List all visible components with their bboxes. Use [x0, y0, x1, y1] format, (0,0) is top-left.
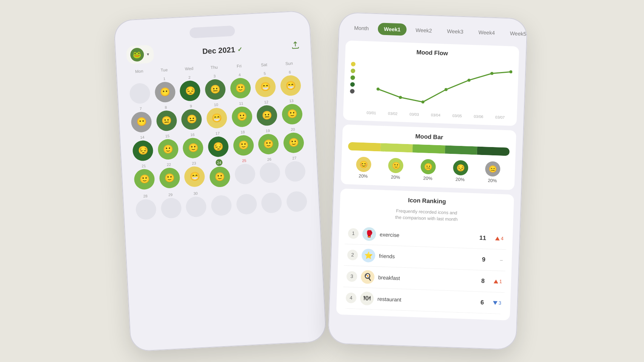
cal-num [246, 188, 246, 193]
cal-cell[interactable]: 1😶 [152, 75, 178, 104]
mood-empty [136, 199, 157, 220]
phone-left: 🐸 ▼ Dec 2021 ✓ Mon Tue Wed Thu Fri Sat S… [113, 10, 327, 352]
tab-month[interactable]: Month [348, 21, 375, 34]
cal-cell [127, 76, 153, 105]
cal-num: 25 [242, 158, 247, 163]
cal-cell[interactable]: 3😐 [202, 72, 228, 101]
mood-pct-5: 20% [488, 178, 497, 184]
mood-emoji: 🙂 [182, 137, 204, 159]
cal-cell[interactable]: 14😔 [130, 133, 156, 162]
icon-ranking-card: Icon Ranking Frequently recorded icons a… [336, 189, 514, 320]
cal-cell[interactable]: 18🙂 [230, 128, 256, 157]
cal-num: 20 [291, 126, 295, 132]
cal-cell[interactable]: 2😔 [177, 73, 203, 102]
cal-cell[interactable]: 10😁 [204, 101, 230, 130]
cal-num: 22 [166, 162, 171, 167]
cal-cell[interactable]: 4🙂 [227, 71, 253, 100]
cal-cell[interactable]: 23😁 [182, 159, 208, 190]
cal-cell: 28 [133, 192, 159, 221]
cal-num: 14 [140, 134, 145, 140]
mood-pct-1: 20% [359, 173, 368, 179]
cal-cell[interactable]: 12😐 [254, 98, 280, 127]
mood-emoji-2: 🙂 [388, 158, 404, 173]
cal-num: 4 [239, 72, 241, 77]
mood-flow-card: Mood Flow [343, 40, 519, 126]
mood-empty [211, 195, 232, 216]
cal-num: 10 [214, 102, 218, 107]
cal-num [220, 189, 221, 195]
mood-empty [234, 163, 256, 185]
rank-count-3: 8 [481, 278, 485, 284]
rank-icon-2: ⭐ [361, 248, 375, 262]
cal-num: 26 [267, 156, 271, 162]
cal-cell[interactable]: 19🙂 [256, 127, 281, 156]
month-title: Dec 2021 ✓ [202, 45, 242, 56]
cal-cell[interactable]: 11🙂 [229, 99, 254, 128]
cal-cell[interactable]: 21🙂 [131, 162, 157, 192]
mood-item-1: 😊 20% [356, 156, 371, 179]
cal-cell[interactable]: 16🙂 [180, 130, 206, 160]
cal-cell[interactable]: 15🙂 [155, 132, 181, 161]
mood-bar-card: Mood Bar 😊 20% 🙂 20% 😐 20% 😔 20% [341, 124, 516, 190]
rank-icon-3: 🍳 [361, 270, 374, 284]
triangle-up-icon [495, 236, 499, 240]
mood-emoji: 😁 [280, 75, 301, 97]
cal-num: 21 [142, 163, 146, 169]
legend-dot-3 [350, 75, 355, 80]
cal-cell[interactable]: 7😶 [128, 104, 154, 133]
cal-num: 1 [163, 76, 165, 81]
mood-emoji: 🙂 [281, 103, 303, 125]
mood-pct-2: 20% [391, 175, 400, 180]
tab-week5[interactable]: Week5 [504, 27, 528, 40]
rank-count-4: 6 [481, 299, 484, 306]
mood-emoji-4: 😔 [453, 160, 468, 175]
mood-seg-3 [413, 144, 445, 154]
cal-num: 27 [292, 155, 297, 161]
mood-seg-5 [477, 147, 510, 156]
mood-emoji: 😐 [156, 110, 177, 132]
cal-num: 7 [140, 106, 142, 111]
cal-num: 16 [190, 132, 195, 137]
mood-empty [261, 192, 282, 214]
svg-point-4 [467, 79, 470, 82]
cal-cell[interactable]: 20🙂 [280, 125, 306, 154]
mood-emoji-5: 😑 [485, 161, 501, 176]
legend-dot-2 [351, 69, 355, 73]
tab-week1[interactable]: Week1 [377, 23, 407, 36]
tab-week3[interactable]: Week3 [441, 25, 470, 38]
mood-seg-4 [445, 146, 477, 155]
avatar-button[interactable]: 🐸 ▼ [126, 45, 154, 64]
rank-icon-4: 🍽 [360, 291, 374, 305]
cal-cell[interactable]: 8😐 [154, 103, 179, 132]
day-tue: Tue [151, 66, 177, 74]
cal-cell[interactable]: 17😔 [205, 129, 231, 158]
cal-cell[interactable]: 9😐 [179, 102, 204, 131]
rank-num-3: 3 [347, 271, 357, 282]
mood-item-2: 🙂 20% [388, 158, 404, 180]
cal-cell: 25 [232, 156, 258, 187]
cal-cell[interactable]: 22🙂 [157, 160, 183, 191]
cal-cell[interactable]: 5😁 [253, 69, 278, 98]
cal-cell[interactable]: 13🙂 [279, 97, 305, 126]
cal-cell[interactable]: 24🙂 [207, 158, 233, 188]
triangle-down-icon [493, 301, 497, 305]
cal-num: 8 [165, 104, 167, 110]
rank-count-2: 9 [482, 256, 486, 263]
cal-num: 24 [216, 159, 223, 166]
tab-week4[interactable]: Week4 [472, 26, 501, 39]
phone-right: Month Week1 Week2 Week3 Week4 Week5 Mood… [328, 12, 528, 350]
svg-point-1 [399, 96, 402, 99]
rank-num-2: 2 [347, 249, 358, 260]
cal-cell[interactable]: 6😁 [277, 68, 303, 97]
mood-emoji: 😐 [256, 105, 278, 126]
legend-dot-1 [351, 62, 355, 66]
mood-flow-chart [350, 58, 513, 113]
legend-dot-4 [350, 82, 355, 87]
calendar-check-icon: ✓ [237, 46, 242, 53]
rank-change-1: 4 [492, 235, 504, 241]
export-button[interactable] [291, 40, 300, 52]
tab-week2[interactable]: Week2 [409, 24, 438, 37]
day-mon: Mon [126, 67, 152, 75]
rank-change-3: 1 [491, 278, 502, 284]
cal-num: 17 [215, 130, 220, 136]
